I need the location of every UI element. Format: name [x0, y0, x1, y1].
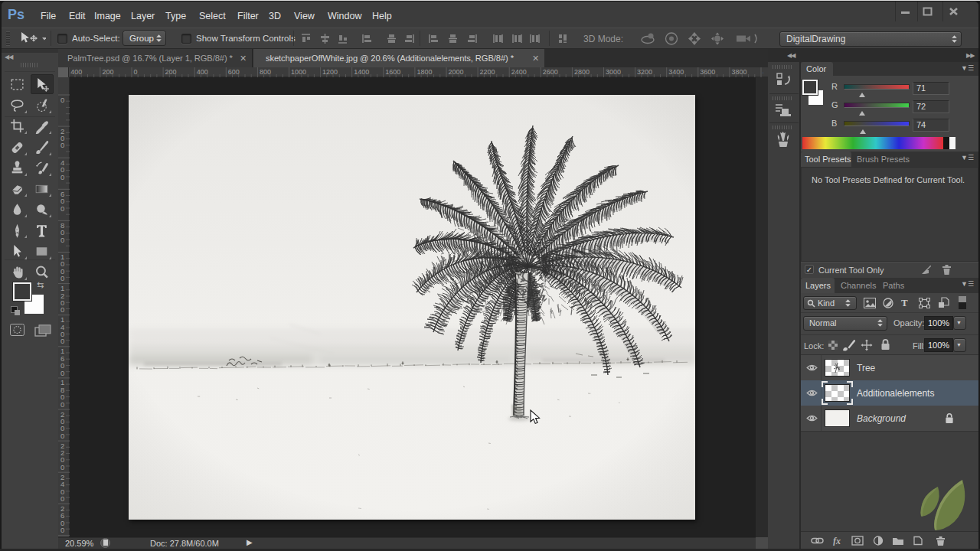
svg-text:0: 0 — [60, 337, 64, 345]
svg-text:4000: 4000 — [763, 68, 764, 76]
svg-text:0: 0 — [60, 432, 64, 440]
svg-text:2400: 2400 — [511, 68, 527, 76]
svg-text:1200: 1200 — [322, 68, 338, 76]
svg-text:1400: 1400 — [354, 68, 369, 76]
svg-text:400: 400 — [197, 68, 208, 76]
svg-text:0: 0 — [60, 236, 64, 244]
svg-text:0: 0 — [60, 305, 64, 314]
svg-text:200: 200 — [165, 68, 177, 76]
svg-text:3600: 3600 — [700, 68, 715, 76]
svg-text:0: 0 — [60, 494, 64, 503]
svg-text:0: 0 — [60, 96, 64, 104]
svg-text:2200: 2200 — [480, 68, 495, 76]
svg-text:0: 0 — [60, 463, 64, 471]
svg-text:2000: 2000 — [449, 68, 464, 76]
svg-text:0: 0 — [60, 400, 64, 409]
svg-text:0: 0 — [60, 369, 64, 377]
svg-text:3000: 3000 — [606, 68, 621, 76]
svg-text:1800: 1800 — [416, 68, 432, 76]
svg-text:600: 600 — [228, 68, 240, 76]
svg-text:1600: 1600 — [385, 68, 400, 76]
svg-text:200: 200 — [102, 68, 113, 76]
svg-text:0: 0 — [60, 204, 64, 213]
svg-text:400: 400 — [70, 68, 82, 76]
svg-text:3200: 3200 — [637, 68, 652, 76]
svg-text:0: 0 — [60, 141, 64, 149]
svg-text:0: 0 — [60, 526, 64, 534]
svg-text:3800: 3800 — [731, 68, 746, 76]
svg-text:0: 0 — [60, 274, 64, 282]
svg-text:800: 800 — [260, 68, 271, 76]
svg-text:1000: 1000 — [291, 68, 306, 76]
svg-text:0: 0 — [134, 68, 138, 76]
svg-text:fx: fx — [833, 536, 841, 546]
svg-text:2800: 2800 — [574, 68, 590, 76]
svg-text:2600: 2600 — [543, 68, 558, 76]
svg-text:0: 0 — [60, 173, 64, 181]
svg-text:3400: 3400 — [668, 68, 684, 76]
